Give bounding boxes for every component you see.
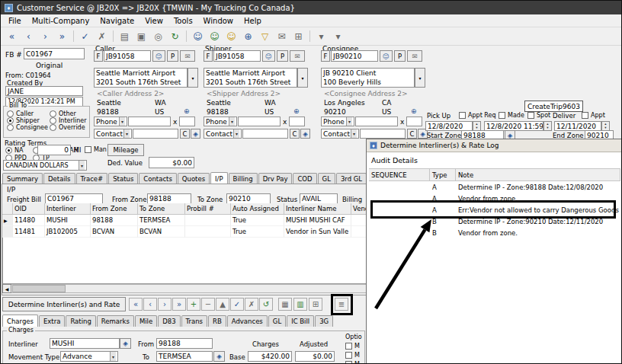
nav-next-button[interactable]: › [158,298,172,311]
tab-billing[interactable]: Billing [229,173,258,184]
billto-radio-shipper[interactable]: Shipper [7,117,40,124]
extension-field[interactable] [289,117,305,126]
person-icon[interactable]: ☺ [152,50,165,62]
log-row-type[interactable]: B [430,227,456,238]
base-charges-field[interactable]: $420.00 [248,351,292,362]
tab-3rd-gl[interactable]: 3rd GL [336,173,367,184]
profile-button[interactable]: P [277,50,288,62]
table-cell[interactable]: TERMSEA [138,215,185,226]
billto-radio-override[interactable]: Override [50,124,85,131]
spin-down-icon[interactable]: ▾ [604,126,606,130]
consignee-address-combo[interactable]: JB 90210 Client 100 Beverly Hills [321,68,415,88]
zone-icon[interactable]: ⊕ [184,107,190,115]
caller-code-field[interactable]: JB91058 [104,50,151,62]
contact-type-select[interactable]: Contact▾ [321,129,359,139]
made-checkbox[interactable]: Made [499,112,524,119]
mail-icon[interactable]: ✉ [290,50,305,62]
tab-trans[interactable]: Trans [181,315,207,327]
caller-address-combo[interactable]: Seattle Marriott Airport 3201 South 176t… [94,68,188,88]
find-button[interactable]: F [204,50,213,62]
table-cell[interactable]: 98188 [91,215,138,226]
table-cell[interactable]: True [231,215,284,226]
shipper-address-combo[interactable]: Seattle Marriott Airport 3201 South 176t… [204,68,297,88]
customers-button[interactable]: ☺ [190,29,206,44]
chevron-down-icon[interactable]: ▾ [123,129,130,138]
tab-rb[interactable]: RB [208,315,226,327]
nav-prior-button[interactable]: ‹ [143,298,157,311]
contact-type-select[interactable]: Contact▾ [204,129,242,139]
table-cell[interactable] [185,215,231,226]
tab-summary[interactable]: Summary [2,173,43,184]
to-lookup-icon[interactable]: ◈ [213,351,225,362]
person-icon[interactable]: ☺ [380,50,393,62]
option-checkbox-2[interactable]: M [345,352,360,359]
tab-remarks[interactable]: Remarks [97,315,134,327]
phone-field[interactable] [238,117,281,126]
log-row-type[interactable]: A [430,181,456,193]
interliner-field[interactable]: MUSHI [50,338,120,349]
mail-button[interactable]: ✉ [274,29,290,44]
chevron-down-icon[interactable]: ▾ [229,117,235,126]
movement-type-select[interactable]: Advance ▾ [60,351,118,362]
tab-gl[interactable]: GL [318,173,335,184]
contact-field[interactable] [133,129,178,139]
tab-gl-bottom[interactable]: GL [268,315,286,327]
rating-radio-na[interactable]: NA [5,147,23,154]
menu-view[interactable]: View [139,16,168,26]
menu-tools[interactable]: Tools [168,16,198,26]
created-by-field[interactable]: JANE [5,86,83,96]
toolbar-dropdown-2[interactable]: ▾ [330,29,346,44]
contact-info-icon[interactable]: ◈ [300,129,310,139]
scroll-left-button[interactable]: ◀ [2,284,11,293]
chevron-down-icon[interactable]: ▾ [415,68,425,88]
billto-radio-consignee[interactable]: Consignee [7,124,48,131]
vendors-button[interactable]: ☺ [223,29,239,44]
mail-icon[interactable]: ✉ [180,50,195,62]
to-zone-field[interactable]: 90210 [226,193,271,204]
log-col-sequence[interactable]: SEQUENCE [369,168,430,181]
from-zone-field[interactable]: 98188 [147,193,191,204]
chevron-down-icon[interactable]: ▾ [233,129,239,138]
zone-icon[interactable]: ⊕ [293,107,300,115]
tab-d83[interactable]: D83 [158,315,180,327]
table-cell[interactable]: BCVAN [91,226,138,238]
menu-multi-company[interactable]: Multi-Company [27,16,95,26]
fb-number-field[interactable]: C01967 [24,48,85,59]
chevron-down-icon[interactable]: ▾ [79,161,85,170]
contact-info-icon[interactable]: ◈ [191,129,200,139]
spin-down-icon[interactable]: ▾ [476,126,477,130]
contact-field[interactable] [360,129,406,139]
edit-record-button[interactable]: ▲ [216,298,229,311]
charges-from-field[interactable]: 98188 [156,338,213,349]
grid-col-interliner[interactable]: Interliner [45,203,91,215]
search-button[interactable]: ◎ [150,29,166,44]
option-checkbox-3[interactable]: M [345,361,360,364]
grid-col-to-zone[interactable]: To Zone [138,203,185,215]
table-cell[interactable]: True [231,226,284,238]
table-cell[interactable]: MUSHI MUSHI CAF [284,215,351,226]
tab-mile[interactable]: Mile [135,315,157,327]
table-cell[interactable]: 11480 [13,215,45,226]
tab-3g[interactable]: 3G [315,315,333,327]
log-row-note[interactable]: Vendor from zone. [456,227,620,238]
man-checkbox[interactable]: Man [85,146,107,153]
chevron-down-icon[interactable]: ▾ [346,117,352,126]
find-button[interactable]: F [321,50,330,62]
freight-bill-field[interactable]: C01967 [45,193,103,204]
copy-button[interactable]: ▣ [133,29,149,44]
chevron-down-icon[interactable]: ▾ [351,129,357,138]
base-adjusted-field[interactable]: $0.00 [295,351,335,362]
refresh-grid-button[interactable]: ↺ [259,298,273,311]
next-record-button[interactable]: › [37,29,53,44]
date-spinner[interactable]: ▴▾ [543,121,552,131]
tab-trace[interactable]: Trace# [76,173,108,184]
determine-interliner-button[interactable]: Determine Interliner(s) and Rate [2,297,126,311]
chevron-down-icon[interactable]: ▾ [297,68,308,88]
calculator-button[interactable]: ⊞ [290,29,306,44]
mileage-value-field[interactable]: 0 [37,145,71,155]
consignee-code-field[interactable]: JB90210 [331,50,378,62]
profile-button[interactable]: P [394,50,406,62]
drivers-button[interactable]: ☺ [207,29,223,44]
delete-record-button[interactable]: − [201,298,215,311]
web-button[interactable]: ⊕ [240,29,256,44]
